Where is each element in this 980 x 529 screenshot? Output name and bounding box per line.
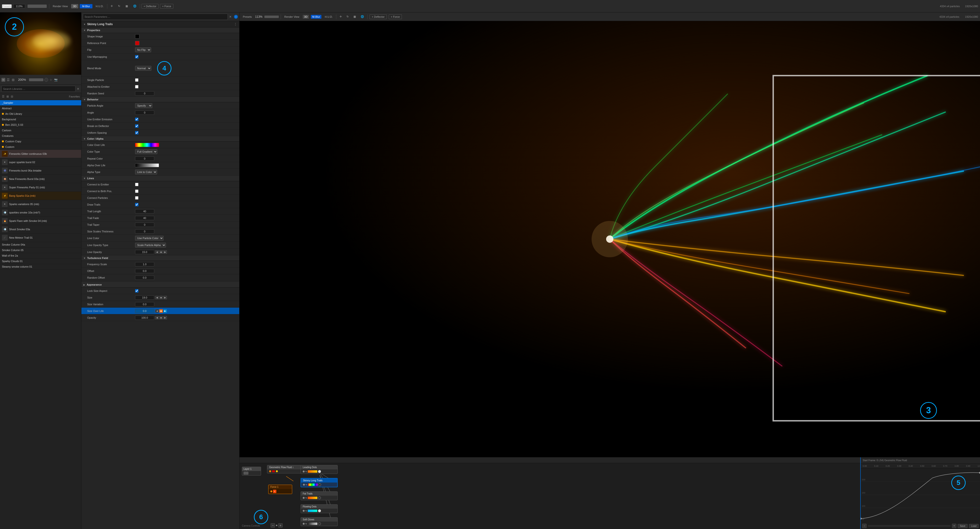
viewport-zoom-bar[interactable]: [264, 16, 279, 18]
lib-item-sparky-clouds[interactable]: Sparky Clouds 01: [0, 258, 81, 264]
lib-item-new-fireworks[interactable]: 🎇 New Fireworks Burst 03a (mb): [0, 175, 81, 183]
lib-view-list-btn[interactable]: ☰: [6, 78, 10, 82]
lib-item-fireworks-burst[interactable]: 🎆 Fireworks burst 06a tintable: [0, 167, 81, 175]
kf-sol-next-btn[interactable]: ▶: [163, 309, 167, 313]
section-behavior[interactable]: ▼ Behavior: [81, 97, 239, 102]
lib-item-an-old-library[interactable]: An Old Library: [0, 111, 81, 117]
kf-opacity-prev-btn[interactable]: ◀: [155, 316, 159, 319]
param-particle-angle-dropdown[interactable]: Specify Random: [135, 103, 152, 108]
params-search-clear-btn[interactable]: ✕: [229, 15, 232, 18]
param-connect-particles-checkbox[interactable]: [135, 196, 138, 199]
lib-item-steamy-smoke[interactable]: Steamy smoke column 01: [0, 264, 81, 269]
lib-item-fireworks-glitter[interactable]: ✨ Fireworks Glitter continuous 03b: [0, 150, 81, 158]
section-appearance[interactable]: ▶ Appearance: [81, 282, 239, 287]
section-lines[interactable]: ▼ Lines: [81, 175, 239, 181]
param-connect-to-emitter-checkbox[interactable]: [135, 183, 138, 186]
curve-zoom-minus-btn[interactable]: −: [862, 524, 867, 528]
param-uniform-spacing-checkbox[interactable]: [135, 131, 138, 134]
curve-save-btn[interactable]: Save: [958, 524, 967, 528]
param-line-opacity-input[interactable]: [135, 250, 154, 254]
vp-icon-refresh[interactable]: ↻: [345, 14, 350, 19]
param-frequency-scale-input[interactable]: [135, 262, 154, 266]
param-random-offset-input[interactable]: [135, 276, 154, 280]
lib-item-sparks-variations[interactable]: ✦ Sparks variations 05 (mb): [0, 200, 81, 209]
lib-item-bang-sparks[interactable]: ⚡ Bang Sparks 01a (mb): [0, 192, 81, 200]
lib-view-grid-btn[interactable]: ⊞: [11, 78, 15, 82]
section-color-alpha[interactable]: ▼ Color / Alpha: [81, 136, 239, 142]
lib-item-background[interactable]: Background: [0, 117, 81, 122]
params-search-input[interactable]: [83, 14, 228, 20]
globe-icon-btn[interactable]: 🌐: [131, 4, 138, 8]
kf-size-prev-btn[interactable]: ◀: [155, 296, 159, 299]
curve-load-btn[interactable]: Load: [969, 524, 978, 528]
lib-item-super-fireworks[interactable]: ✦ Super Fireworks Party 01 (mb): [0, 183, 81, 192]
zoom-input[interactable]: [13, 4, 25, 8]
param-reference-point-swatch[interactable]: [135, 41, 139, 45]
render-view-button[interactable]: Render View: [51, 4, 70, 8]
param-break-on-deflector-checkbox[interactable]: [135, 124, 138, 128]
add-deflector-button[interactable]: + Deflector: [142, 4, 159, 9]
vp-add-deflector-btn[interactable]: + Deflector: [369, 14, 387, 19]
lib-item-creatures[interactable]: Creatures: [0, 133, 81, 139]
param-size-scales-thickness-input[interactable]: [135, 229, 154, 234]
lib-tab-list-btn[interactable]: ☰: [2, 95, 5, 98]
lib-tab-thumb-btn[interactable]: ⊟: [10, 95, 14, 98]
vp-add-force-btn[interactable]: + Force: [389, 14, 402, 19]
param-trail-taper-input[interactable]: [135, 223, 154, 227]
kf-opacity-next-btn[interactable]: ▶: [163, 316, 167, 319]
param-random-seed-input[interactable]: [135, 91, 154, 96]
lib-item-custom-copy[interactable]: Custom Copy: [0, 139, 81, 144]
param-draw-trails-checkbox[interactable]: [135, 203, 138, 206]
viewport-presets-btn[interactable]: Presets: [242, 15, 253, 19]
param-flip-dropdown[interactable]: No Flip Flip H Flip V Flip HV: [135, 48, 151, 52]
lib-tab-grid-btn[interactable]: ⊞: [6, 95, 10, 98]
node-flowing-dots[interactable]: Flowing Dots N: [301, 504, 338, 513]
param-connect-to-birth-pos-checkbox[interactable]: [135, 190, 138, 193]
kf-sol-prev-btn[interactable]: ◀: [155, 309, 159, 313]
lib-item-spark-flare[interactable]: 🔥 Spark Flare with Smoke 04 (mb): [0, 217, 81, 225]
viewport-render-view-btn[interactable]: Render View: [283, 15, 301, 19]
lib-item-super-sparkle[interactable]: ✦ super sparkle burst 02: [0, 158, 81, 167]
lib-item-shoot-smoke[interactable]: 💨 Shoot Smoke 03a: [0, 225, 81, 234]
param-opacity-input[interactable]: [135, 315, 154, 320]
rotate-icon-btn[interactable]: ↻: [116, 4, 122, 8]
params-collapse-icon[interactable]: ▼: [83, 23, 86, 25]
node-leading-dots[interactable]: Leading Dots N: [301, 465, 338, 474]
param-blend-mode-dropdown[interactable]: Normal Add Multiply: [135, 66, 151, 71]
viewport-3d-btn[interactable]: 3D: [303, 15, 309, 19]
param-repeat-color-input[interactable]: [135, 156, 154, 161]
lib-item-new-meteor[interactable]: ☄ New Meteor Trail 01: [0, 234, 81, 242]
viewport-hud-btn[interactable]: H.U.D.: [323, 15, 334, 19]
presets-button[interactable]: Presets: [2, 4, 12, 8]
lib-star-btn[interactable]: ☆: [49, 78, 52, 81]
param-color-type-dropdown[interactable]: Full Gradient Single Color: [135, 149, 158, 154]
kf-size-add-btn[interactable]: ◆: [159, 296, 163, 299]
param-alpha-gradient[interactable]: [135, 163, 159, 167]
kf-sol-add-btn[interactable]: ◆: [159, 309, 163, 313]
lib-item-sparkles-smoke[interactable]: 💨 sparkles smoke 10a (mb?): [0, 209, 81, 217]
section-properties[interactable]: ▼ Properties: [81, 27, 239, 33]
param-size-variation-input[interactable]: [135, 302, 154, 306]
node-geo-flow[interactable]: Geometric Flow Fluid ℹ: [267, 465, 305, 473]
node-fat-trails[interactable]: Fat Trails N: [301, 491, 338, 500]
param-angle-input[interactable]: [135, 110, 154, 115]
add-force-button[interactable]: + Force: [160, 4, 173, 9]
param-trail-length-input[interactable]: [135, 209, 154, 214]
param-color-gradient[interactable]: [135, 143, 159, 147]
param-trail-fade-input[interactable]: [135, 216, 154, 220]
kf-add-btn[interactable]: ◆: [159, 250, 163, 254]
kf-next-btn[interactable]: ▶: [163, 250, 167, 254]
mblur-button[interactable]: M-Blur: [80, 4, 92, 8]
lib-zoom-slider[interactable]: [29, 78, 43, 81]
lib-item-cartoon[interactable]: Cartoon: [0, 128, 81, 133]
node-soft-glows[interactable]: Soft Glows N: [301, 517, 338, 526]
param-size-input[interactable]: [135, 295, 154, 300]
node-zoom-plus-btn[interactable]: +: [278, 523, 283, 527]
lib-search-clear-btn[interactable]: ✕: [76, 86, 80, 92]
node-layer1[interactable]: Layer 1: [242, 467, 261, 476]
3d-view-button[interactable]: 3D: [71, 4, 78, 8]
hud-button[interactable]: H.U.D.: [94, 4, 106, 8]
param-size-over-life-input[interactable]: [135, 309, 154, 313]
lib-search-input[interactable]: [2, 86, 75, 92]
vp-icon-grid[interactable]: ▦: [352, 14, 357, 19]
